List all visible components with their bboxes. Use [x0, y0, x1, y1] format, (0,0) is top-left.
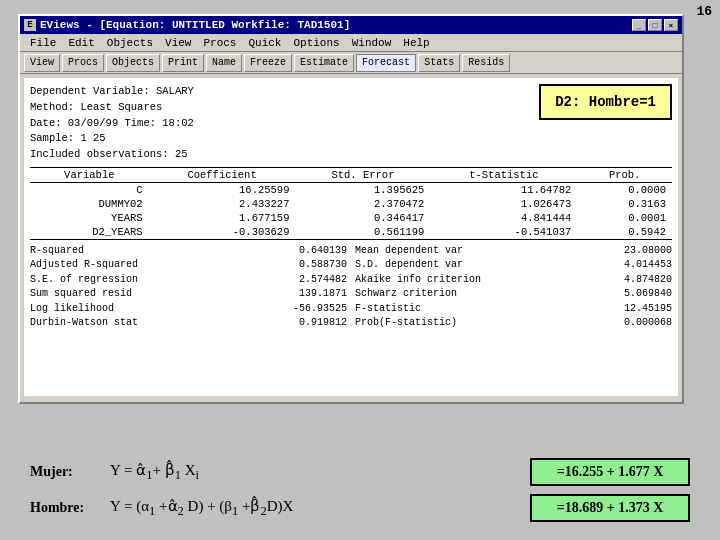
- stats-label: S.D. dependent var: [355, 258, 463, 273]
- toolbar-stats[interactable]: Stats: [418, 54, 460, 72]
- stats-value: 0.640139: [291, 244, 347, 259]
- menu-options[interactable]: Options: [287, 36, 345, 50]
- menu-file[interactable]: File: [24, 36, 62, 50]
- table-cell: 16.25599: [149, 182, 296, 197]
- toolbar-print[interactable]: Print: [162, 54, 204, 72]
- stats-row: Log likelihood-56.93525: [30, 302, 347, 317]
- table-cell: 2.370472: [295, 197, 430, 211]
- table-cell: 0.3163: [577, 197, 672, 211]
- stats-value: 0.588730: [291, 258, 347, 273]
- table-cell: 11.64782: [430, 182, 577, 197]
- hombre-equation: Y = (α1 +α̂2 D) + (β1 +β̂2D)X: [110, 497, 530, 519]
- table-cell: 4.841444: [430, 211, 577, 225]
- stats-value: 4.874820: [616, 273, 672, 288]
- stats-label: F-statistic: [355, 302, 421, 317]
- toolbar-forecast[interactable]: Forecast: [356, 54, 416, 72]
- table-cell: 1.026473: [430, 197, 577, 211]
- stats-row: Sum squared resid139.1871: [30, 287, 347, 302]
- table-cell: 1.677159: [149, 211, 296, 225]
- toolbar-resids[interactable]: Resids: [462, 54, 510, 72]
- toolbar-freeze[interactable]: Freeze: [244, 54, 292, 72]
- col-coefficient: Coefficient: [149, 167, 296, 182]
- menu-edit[interactable]: Edit: [62, 36, 100, 50]
- mujer-equation: Y = α̂1+ β̂1 Xi: [110, 461, 530, 483]
- close-button[interactable]: ×: [664, 19, 678, 31]
- toolbar-view[interactable]: View: [24, 54, 60, 72]
- toolbar-name[interactable]: Name: [206, 54, 242, 72]
- mujer-row: Mujer: Y = α̂1+ β̂1 Xi =16.255 + 1.677 X: [30, 458, 690, 486]
- stats-value: 12.45195: [616, 302, 672, 317]
- stats-row: Prob(F-statistic)0.000068: [355, 316, 672, 331]
- table-row: D2_YEARS-0.3036290.561199-0.5410370.5942: [30, 225, 672, 240]
- table-cell: -0.541037: [430, 225, 577, 240]
- stats-row: R-squared0.640139: [30, 244, 347, 259]
- menu-procs[interactable]: Procs: [197, 36, 242, 50]
- table-cell: 2.433227: [149, 197, 296, 211]
- table-cell: 0.561199: [295, 225, 430, 240]
- hombre-label: Hombre:: [30, 500, 110, 516]
- stats-label: Mean dependent var: [355, 244, 463, 259]
- stats-value: 0.000068: [616, 316, 672, 331]
- stats-label: Log likelihood: [30, 302, 114, 317]
- table-cell: 0.0000: [577, 182, 672, 197]
- hombre-result: =18.689 + 1.373 X: [530, 494, 690, 522]
- window-controls: _ □ ×: [632, 19, 678, 31]
- stats-label: S.E. of regression: [30, 273, 138, 288]
- observations: Included observations: 25: [30, 147, 672, 163]
- table-cell: -0.303629: [149, 225, 296, 240]
- menu-objects[interactable]: Objects: [101, 36, 159, 50]
- stats-label: Adjusted R-squared: [30, 258, 138, 273]
- coefficient-table: Variable Coefficient Std. Error t-Statis…: [30, 167, 672, 240]
- menu-view[interactable]: View: [159, 36, 197, 50]
- minimize-button[interactable]: _: [632, 19, 646, 31]
- stats-label: Durbin-Watson stat: [30, 316, 138, 331]
- page-number: 16: [696, 4, 712, 19]
- table-cell: C: [30, 182, 149, 197]
- stats-value: 23.08000: [616, 244, 672, 259]
- col-std-error: Std. Error: [295, 167, 430, 182]
- stats-value: 139.1871: [291, 287, 347, 302]
- stats-value: 0.919812: [291, 316, 347, 331]
- table-cell: 0.346417: [295, 211, 430, 225]
- title-bar: E EViews - [Equation: UNTITLED Workfile:…: [20, 16, 682, 34]
- stats-row: S.E. of regression2.574482: [30, 273, 347, 288]
- stats-value: -56.93525: [285, 302, 347, 317]
- stats-left: R-squared0.640139Adjusted R-squared0.588…: [30, 244, 347, 331]
- mujer-label: Mujer:: [30, 464, 110, 480]
- app-icon: E: [24, 19, 36, 31]
- toolbar: View Procs Objects Print Name Freeze Est…: [20, 52, 682, 74]
- stats-row: Akaike info criterion4.874820: [355, 273, 672, 288]
- content-area: D2: Hombre=1 Dependent Variable: SALARY …: [24, 78, 678, 396]
- table-cell: 0.0001: [577, 211, 672, 225]
- toolbar-procs[interactable]: Procs: [62, 54, 104, 72]
- stats-value: 2.574482: [291, 273, 347, 288]
- stats-row: F-statistic12.45195: [355, 302, 672, 317]
- table-row: C16.255991.39562511.647820.0000: [30, 182, 672, 197]
- stats-label: Akaike info criterion: [355, 273, 481, 288]
- maximize-button[interactable]: □: [648, 19, 662, 31]
- menu-bar: File Edit Objects View Procs Quick Optio…: [20, 34, 682, 52]
- toolbar-estimate[interactable]: Estimate: [294, 54, 354, 72]
- hombre-row: Hombre: Y = (α1 +α̂2 D) + (β1 +β̂2D)X =1…: [30, 494, 690, 522]
- stats-value: 5.069840: [616, 287, 672, 302]
- toolbar-objects[interactable]: Objects: [106, 54, 160, 72]
- menu-quick[interactable]: Quick: [242, 36, 287, 50]
- stats-row: Mean dependent var23.08000: [355, 244, 672, 259]
- table-row: DUMMY022.4332272.3704721.0264730.3163: [30, 197, 672, 211]
- table-cell: 1.395625: [295, 182, 430, 197]
- stats-row: S.D. dependent var4.014453: [355, 258, 672, 273]
- table-cell: YEARS: [30, 211, 149, 225]
- stats-label: Prob(F-statistic): [355, 316, 457, 331]
- stats-row: Schwarz criterion5.069840: [355, 287, 672, 302]
- stats-block: R-squared0.640139Adjusted R-squared0.588…: [30, 244, 672, 331]
- table-cell: D2_YEARS: [30, 225, 149, 240]
- menu-window[interactable]: Window: [346, 36, 398, 50]
- stats-row: Adjusted R-squared0.588730: [30, 258, 347, 273]
- stats-right: Mean dependent var23.08000S.D. dependent…: [347, 244, 672, 331]
- window-title: EViews - [Equation: UNTITLED Workfile: T…: [40, 19, 632, 31]
- stats-value: 4.014453: [616, 258, 672, 273]
- stats-label: R-squared: [30, 244, 84, 259]
- col-t-stat: t-Statistic: [430, 167, 577, 182]
- col-prob: Prob.: [577, 167, 672, 182]
- menu-help[interactable]: Help: [397, 36, 435, 50]
